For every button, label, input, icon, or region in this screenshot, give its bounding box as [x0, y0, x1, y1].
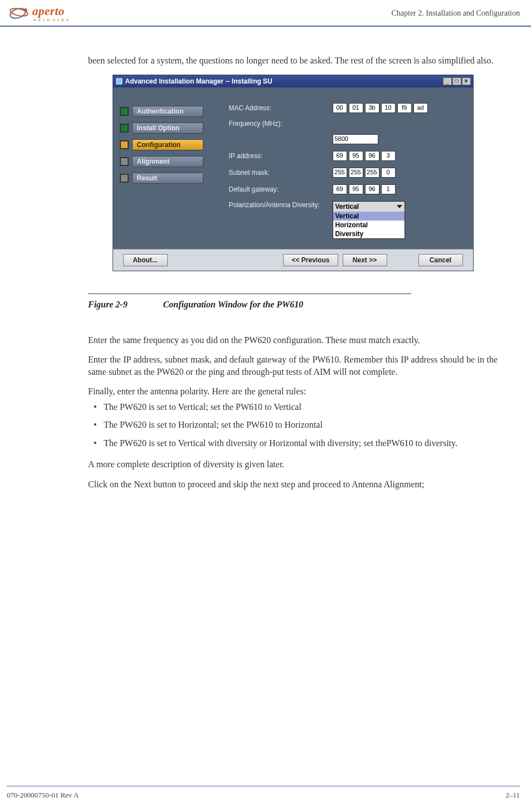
step-alignment[interactable]: Alignment: [120, 155, 203, 168]
figure-title: Configuration Window for the PW610: [163, 300, 304, 309]
subnet-label: Subnet mask:: [229, 169, 329, 177]
gw-octet[interactable]: 95: [349, 184, 363, 194]
step-result[interactable]: Result: [120, 172, 203, 184]
ip-octet[interactable]: 95: [349, 151, 363, 161]
doc-revision: 070-20000750-01 Rev A: [7, 791, 79, 800]
screenshot-figure: Advanced Installation Manager -- Install…: [113, 75, 474, 271]
mac-octet[interactable]: ad: [413, 103, 428, 113]
mac-input-group: 00 01 3b 10 f9 ad: [333, 103, 428, 113]
content-area: been selected for a system, the question…: [0, 27, 531, 490]
page-header: aperto n e t w o r k s Chapter 2. Instal…: [0, 0, 531, 26]
maximize-button[interactable]: □: [452, 77, 461, 85]
page-number: 2–11: [505, 791, 520, 800]
close-button[interactable]: ×: [462, 77, 471, 85]
gw-octet[interactable]: 1: [381, 184, 396, 194]
chapter-label: Chapter 2. Installation and Configuratio…: [391, 9, 520, 18]
app-window: Advanced Installation Manager -- Install…: [113, 75, 474, 271]
ip-input-group: 69 95 96 3: [333, 151, 396, 161]
figure-rule: [88, 294, 411, 294]
list-item: The PW620 is set to Vertical; set the PW…: [104, 401, 498, 413]
logo-subtext: n e t w o r k s: [33, 17, 69, 22]
svg-rect-3: [116, 79, 122, 84]
polarization-option[interactable]: Vertical: [333, 212, 405, 221]
mac-octet[interactable]: 00: [333, 103, 347, 113]
paragraph: Enter the IP address, subnet mask, and d…: [88, 354, 498, 378]
chevron-down-icon: [397, 205, 402, 208]
wizard-footer: About... << Previous Next >> Cancel: [113, 249, 473, 271]
window-title: Advanced Installation Manager -- Install…: [125, 77, 272, 85]
list-item: The PW620 is set to Horizontal; set the …: [104, 419, 498, 431]
window-titlebar: Advanced Installation Manager -- Install…: [113, 75, 473, 87]
polarization-selected: Vertical: [335, 203, 359, 211]
wizard-steps: Authentication Install Option Configurat…: [120, 93, 203, 246]
gw-octet[interactable]: 96: [365, 184, 379, 194]
previous-button[interactable]: << Previous: [283, 254, 338, 266]
subnet-octet[interactable]: 0: [381, 168, 396, 178]
polarization-dropdown[interactable]: Vertical Vertical Horizontal Diversity: [333, 201, 405, 239]
page-footer: 070-20000750-01 Rev A 2–11: [0, 786, 531, 800]
polarization-options: Vertical Horizontal Diversity: [333, 212, 405, 238]
mac-label: MAC Address:: [229, 104, 329, 112]
subnet-octet[interactable]: 255: [349, 168, 363, 178]
about-button[interactable]: About...: [123, 254, 168, 266]
mac-octet[interactable]: 01: [349, 103, 363, 113]
list-item: The PW620 is set to Vertical with divers…: [104, 437, 498, 449]
step-authentication[interactable]: Authentication: [120, 105, 203, 118]
paragraph: Enter the same frequency as you did on t…: [88, 334, 498, 346]
rules-list: The PW620 is set to Vertical; set the PW…: [88, 401, 498, 449]
step-install-option[interactable]: Install Option: [120, 122, 203, 134]
ip-octet[interactable]: 96: [365, 151, 379, 161]
polarization-option[interactable]: Horizontal: [333, 221, 405, 229]
figure-number: Figure 2-9: [88, 300, 128, 309]
polarization-label: Polarization/Antenna Diversity:: [229, 201, 329, 209]
svg-point-2: [24, 8, 27, 12]
polarization-option[interactable]: Diversity: [333, 229, 405, 238]
app-icon: [115, 77, 123, 85]
mac-octet[interactable]: f9: [397, 103, 412, 113]
mac-octet[interactable]: 3b: [365, 103, 379, 113]
paragraph: Finally, enter the antenna polarity. Her…: [88, 385, 498, 398]
step-configuration[interactable]: Configuration: [120, 139, 203, 151]
gw-octet[interactable]: 69: [333, 184, 347, 194]
freq-input[interactable]: 5800: [333, 134, 378, 144]
config-form: MAC Address: 00 01 3b 10 f9 ad Frequency…: [213, 93, 467, 246]
paragraph: A more complete description of diversity…: [88, 458, 498, 471]
subnet-octet[interactable]: 255: [333, 168, 347, 178]
gateway-label: Default gateway:: [229, 185, 329, 193]
cancel-button[interactable]: Cancel: [418, 254, 463, 266]
paragraph: Click on the Next button to proceed and …: [88, 478, 498, 491]
logo-swirl-icon: [7, 4, 30, 22]
subnet-input-group: 255 255 255 0: [333, 168, 396, 178]
logo: aperto n e t w o r k s: [7, 4, 69, 22]
mac-octet[interactable]: 10: [381, 103, 396, 113]
next-button[interactable]: Next >>: [343, 254, 387, 266]
subnet-octet[interactable]: 255: [365, 168, 379, 178]
footer-rule: [7, 786, 520, 786]
intro-paragraph: been selected for a system, the question…: [88, 55, 498, 67]
figure-caption: Figure 2-9 Configuration Window for the …: [88, 300, 498, 310]
gateway-input-group: 69 95 96 1: [333, 184, 396, 194]
freq-label: Frequency (MHz):: [229, 120, 329, 128]
ip-label: IP address:: [229, 152, 329, 160]
minimize-button[interactable]: _: [443, 77, 452, 85]
ip-octet[interactable]: 69: [333, 151, 347, 161]
ip-octet[interactable]: 3: [381, 151, 396, 161]
